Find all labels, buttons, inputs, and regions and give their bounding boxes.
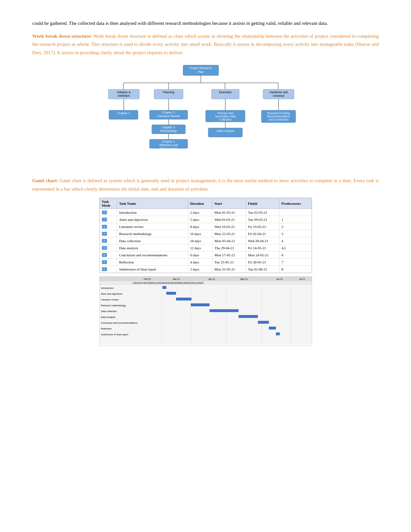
task-name-cell: Reflection bbox=[117, 259, 188, 266]
wbs-text-block: Work break down structure: Work break do… bbox=[32, 32, 379, 57]
svg-text:Secondary Data: Secondary Data bbox=[215, 115, 236, 118]
task-mode-icon: ≡ bbox=[102, 225, 107, 229]
svg-text:Chapter 4:: Chapter 4: bbox=[161, 140, 175, 143]
task-finish-cell: Fri 19-03-21 bbox=[246, 223, 279, 230]
col-task-name: Task Name bbox=[117, 198, 188, 209]
svg-text:Retrospection: Retrospection bbox=[160, 147, 178, 150]
task-predecessors-cell: 8 bbox=[279, 266, 311, 273]
task-start-cell: Mon 05-04-21 bbox=[212, 237, 246, 244]
task-name-cell: Data collection bbox=[117, 237, 188, 244]
task-finish-cell: Tue 09-03-21 bbox=[246, 216, 279, 223]
svg-rect-76 bbox=[210, 309, 239, 312]
svg-text:Research Finding: Research Finding bbox=[267, 112, 290, 115]
gantt-table-row: ≡Data analysis12 daysThu 29-04-21Fri 14-… bbox=[100, 244, 311, 251]
task-name-cell: Research methodology bbox=[117, 230, 188, 237]
task-predecessors-cell: 4 bbox=[279, 237, 311, 244]
gantt-table-row: ≡Aims and objectives5 daysWed 03-03-21Tu… bbox=[100, 216, 311, 223]
task-duration-cell: 4 days bbox=[188, 259, 212, 266]
svg-text:Feb 23: Feb 23 bbox=[144, 278, 151, 280]
svg-text:Submission of final report: Submission of final report bbox=[101, 333, 129, 336]
svg-text:Initiation &: Initiation & bbox=[117, 91, 130, 94]
task-start-cell: Mon 31-05-21 bbox=[212, 266, 246, 273]
task-name-cell: Introduction bbox=[117, 209, 188, 216]
gantt-table: TaskMode Task Name Duration Start Finish… bbox=[100, 198, 312, 273]
svg-text:Reflection and: Reflection and bbox=[159, 143, 178, 147]
col-task-mode: TaskMode bbox=[100, 198, 117, 209]
gantt-table-row: ≡Research methodology10 daysMon 22-03-21… bbox=[100, 230, 311, 237]
svg-rect-70 bbox=[166, 292, 176, 295]
gantt-table-row: ≡Literature review8 daysWed 10-03-21Fri … bbox=[100, 223, 311, 230]
svg-rect-80 bbox=[258, 321, 269, 324]
task-start-cell: Mon 17-05-21 bbox=[212, 251, 246, 259]
task-mode-cell: ≡ bbox=[100, 237, 117, 244]
task-name-cell: Literature review bbox=[117, 223, 188, 230]
gantt-table-row: ≡Introduction2 daysMon 01-03-21Tue 02-03… bbox=[100, 209, 311, 216]
task-mode-cell: ≡ bbox=[100, 244, 117, 251]
svg-text:Literature Review: Literature Review bbox=[157, 114, 180, 118]
svg-rect-64 bbox=[100, 281, 312, 284]
gantt-chart-bars-section: .gantt-hdr { font-family: Arial, sans-se… bbox=[99, 276, 312, 346]
svg-rect-51 bbox=[100, 277, 312, 344]
task-duration-cell: 2 days bbox=[188, 266, 212, 273]
task-finish-cell: Fri 14-05-21 bbox=[246, 244, 279, 251]
task-mode-cell: ≡ bbox=[100, 223, 117, 230]
task-finish-cell: Fri 28-05-21 bbox=[246, 259, 279, 266]
svg-rect-78 bbox=[239, 315, 258, 318]
gantt-table-row: ≡Submission of final report2 daysMon 31-… bbox=[100, 266, 311, 273]
svg-text:Closeout: Closeout bbox=[273, 94, 284, 97]
task-start-cell: Mon 01-03-21 bbox=[212, 209, 246, 216]
col-duration: Duration bbox=[188, 198, 212, 209]
svg-text:Handover and: Handover and bbox=[269, 91, 288, 94]
task-duration-cell: 5 days bbox=[188, 216, 212, 223]
task-name-cell: Data analysis bbox=[117, 244, 188, 251]
task-duration-cell: 8 days bbox=[188, 223, 212, 230]
task-name-cell: Conclusion and recommendations bbox=[117, 251, 188, 259]
task-mode-cell: ≡ bbox=[100, 266, 117, 273]
gantt-table-row: ≡Reflection4 daysTue 25-05-21Fri 28-05-2… bbox=[100, 259, 311, 266]
svg-text:Planning: Planning bbox=[163, 91, 174, 94]
task-start-cell: Tue 25-05-21 bbox=[212, 259, 246, 266]
gantt-heading: Gantt chart: bbox=[32, 178, 58, 183]
task-duration-cell: 12 days bbox=[188, 244, 212, 251]
svg-text:Collection: Collection bbox=[219, 118, 232, 121]
svg-text:Literature review: Literature review bbox=[101, 298, 119, 301]
task-predecessors-cell: 7 bbox=[279, 259, 311, 266]
task-duration-cell: 10 days bbox=[188, 230, 212, 237]
svg-rect-72 bbox=[176, 298, 191, 300]
task-duration-cell: 6 days bbox=[188, 251, 212, 259]
gantt-paragraph: Gantt chart is defined as system which i… bbox=[32, 178, 379, 192]
svg-text:Research methodology: Research methodology bbox=[101, 304, 126, 307]
task-predecessors-cell: 4,5 bbox=[279, 244, 311, 251]
task-mode-icon: ≡ bbox=[102, 267, 107, 271]
svg-text:Mar 21: Mar 21 bbox=[173, 278, 180, 280]
task-mode-icon: ≡ bbox=[102, 211, 107, 214]
svg-rect-74 bbox=[191, 303, 210, 306]
gantt-table-row: ≡Conclusion and recommendations6 daysMon… bbox=[100, 251, 311, 259]
task-mode-icon: ≡ bbox=[102, 239, 107, 243]
task-predecessors-cell: 1 bbox=[279, 216, 311, 223]
task-mode-cell: ≡ bbox=[100, 251, 117, 259]
col-predecessors: Predecessors bbox=[279, 198, 311, 209]
col-start: Start bbox=[212, 198, 246, 209]
wbs-diagram: .wbs-box { fill: #5b9bd5; stroke: #4a7fb… bbox=[32, 62, 379, 172]
svg-text:Plan: Plan bbox=[198, 70, 203, 74]
svg-text:Recommendation: Recommendation bbox=[267, 115, 290, 118]
wbs-heading: Work break down structure: bbox=[32, 34, 92, 39]
svg-text:Definition: Definition bbox=[118, 94, 130, 97]
task-name-cell: Submission of final report bbox=[117, 266, 188, 273]
gantt-table-container: TaskMode Task Name Duration Start Finish… bbox=[99, 198, 312, 273]
svg-text:Data collection: Data collection bbox=[101, 310, 117, 313]
svg-rect-82 bbox=[269, 327, 276, 330]
task-predecessors-cell bbox=[279, 209, 311, 216]
svg-text:24|31|07|14|21|28|04|11|18|25|: 24|31|07|14|21|28|04|11|18|25|02|09|16|2… bbox=[133, 282, 203, 284]
svg-rect-84 bbox=[276, 332, 280, 335]
svg-rect-68 bbox=[162, 286, 166, 289]
gantt-bars-svg: .gantt-hdr { font-family: Arial, sans-se… bbox=[100, 277, 312, 344]
svg-text:Chapter 1: Chapter 1 bbox=[117, 112, 130, 115]
wbs-svg: .wbs-box { fill: #5b9bd5; stroke: #4a7fb… bbox=[99, 62, 312, 172]
gantt-table-row: ≡Data collection18 daysMon 05-04-21Wed 2… bbox=[100, 237, 311, 244]
svg-text:Jul 21: Jul 21 bbox=[299, 278, 305, 280]
task-start-cell: Mon 22-03-21 bbox=[212, 230, 246, 237]
task-duration-cell: 18 days bbox=[188, 237, 212, 244]
task-finish-cell: Mon 24-05-21 bbox=[246, 251, 279, 259]
